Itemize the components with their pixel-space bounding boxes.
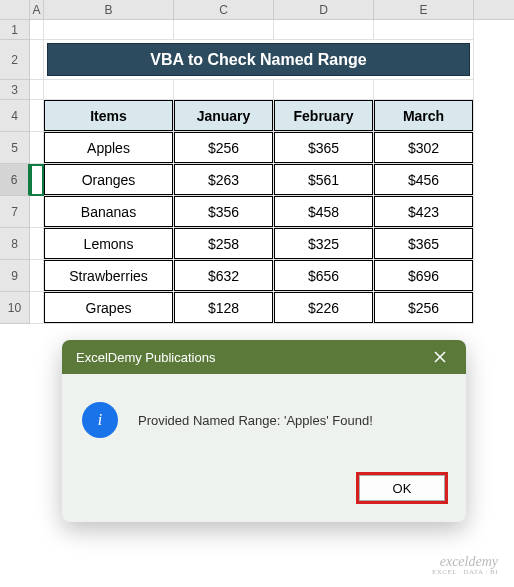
cell-D5[interactable]: $365 <box>274 132 374 164</box>
cell-E9[interactable]: $696 <box>374 260 474 292</box>
cell-B4[interactable]: Items <box>44 100 174 132</box>
cell-C5[interactable]: $256 <box>174 132 274 164</box>
cell-D6[interactable]: $561 <box>274 164 374 196</box>
cell-C1[interactable] <box>174 20 274 40</box>
dialog-footer: OK <box>62 462 466 522</box>
row-header-10[interactable]: 10 <box>0 292 30 324</box>
table-row: $356 <box>174 196 273 227</box>
table-row: $325 <box>274 228 373 259</box>
table-row: $365 <box>274 132 373 163</box>
row-header-1[interactable]: 1 <box>0 20 30 40</box>
cell-B10[interactable]: Grapes <box>44 292 174 324</box>
cell-A3[interactable] <box>30 80 44 100</box>
cell-C8[interactable]: $258 <box>174 228 274 260</box>
cell-B3[interactable] <box>44 80 174 100</box>
th-mar: March <box>374 100 473 131</box>
cell-A4[interactable] <box>30 100 44 132</box>
th-items: Items <box>44 100 173 131</box>
table-row: Grapes <box>44 292 173 323</box>
table-row: $226 <box>274 292 373 323</box>
cell-D3[interactable] <box>274 80 374 100</box>
cell-C4[interactable]: January <box>174 100 274 132</box>
close-button[interactable] <box>428 345 452 369</box>
table-row: Apples <box>44 132 173 163</box>
cell-B1[interactable] <box>44 20 174 40</box>
th-feb: February <box>274 100 373 131</box>
ok-button[interactable]: OK <box>356 472 448 504</box>
info-icon: i <box>82 402 118 438</box>
cell-E4[interactable]: March <box>374 100 474 132</box>
cell-A5[interactable] <box>30 132 44 164</box>
cell-E1[interactable] <box>374 20 474 40</box>
cell-B6[interactable]: Oranges <box>44 164 174 196</box>
table-row: $302 <box>374 132 473 163</box>
title-cell[interactable]: VBA to Check Named Range <box>44 40 474 80</box>
cell-A8[interactable] <box>30 228 44 260</box>
cell-D8[interactable]: $325 <box>274 228 374 260</box>
table-row: $456 <box>374 164 473 195</box>
row-header-9[interactable]: 9 <box>0 260 30 292</box>
cell-A10[interactable] <box>30 292 44 324</box>
cell-C10[interactable]: $128 <box>174 292 274 324</box>
table-row: $696 <box>374 260 473 291</box>
dialog-title-text: ExcelDemy Publications <box>76 350 215 365</box>
column-headers-row: A B C D E <box>0 0 514 20</box>
table-row: Lemons <box>44 228 173 259</box>
col-header-A[interactable]: A <box>30 0 44 19</box>
table-row: $365 <box>374 228 473 259</box>
col-header-B[interactable]: B <box>44 0 174 19</box>
table-row: $458 <box>274 196 373 227</box>
row-header-4[interactable]: 4 <box>0 100 30 132</box>
watermark-main: exceldemy <box>432 554 498 569</box>
table-row: $632 <box>174 260 273 291</box>
cell-D9[interactable]: $656 <box>274 260 374 292</box>
cell-B7[interactable]: Bananas <box>44 196 174 228</box>
cell-D1[interactable] <box>274 20 374 40</box>
row-header-6[interactable]: 6 <box>0 164 30 196</box>
table-row: $263 <box>174 164 273 195</box>
col-header-C[interactable]: C <box>174 0 274 19</box>
cell-E8[interactable]: $365 <box>374 228 474 260</box>
cell-C7[interactable]: $356 <box>174 196 274 228</box>
table-row: $258 <box>174 228 273 259</box>
row-header-3[interactable]: 3 <box>0 80 30 100</box>
cell-C6[interactable]: $263 <box>174 164 274 196</box>
cell-D10[interactable]: $226 <box>274 292 374 324</box>
cell-A9[interactable] <box>30 260 44 292</box>
cell-C9[interactable]: $632 <box>174 260 274 292</box>
dialog-body: i Provided Named Range: 'Apples' Found! <box>62 374 466 462</box>
table-row: $423 <box>374 196 473 227</box>
table-row: Strawberries <box>44 260 173 291</box>
cell-B5[interactable]: Apples <box>44 132 174 164</box>
select-all-corner[interactable] <box>0 0 30 19</box>
cell-D7[interactable]: $458 <box>274 196 374 228</box>
cell-D4[interactable]: February <box>274 100 374 132</box>
row-header-2[interactable]: 2 <box>0 40 30 80</box>
table-row: $256 <box>374 292 473 323</box>
dialog-titlebar[interactable]: ExcelDemy Publications <box>62 340 466 374</box>
watermark-sub: EXCEL · DATA · BI <box>432 569 498 577</box>
cell-E3[interactable] <box>374 80 474 100</box>
row-header-7[interactable]: 7 <box>0 196 30 228</box>
cell-B8[interactable]: Lemons <box>44 228 174 260</box>
cell-C3[interactable] <box>174 80 274 100</box>
table-row: $561 <box>274 164 373 195</box>
table-row: Bananas <box>44 196 173 227</box>
cell-E6[interactable]: $456 <box>374 164 474 196</box>
row-header-8[interactable]: 8 <box>0 228 30 260</box>
cell-E5[interactable]: $302 <box>374 132 474 164</box>
col-header-E[interactable]: E <box>374 0 474 19</box>
row-header-5[interactable]: 5 <box>0 132 30 164</box>
cell-A6[interactable] <box>30 164 44 196</box>
cell-A7[interactable] <box>30 196 44 228</box>
table-row: Oranges <box>44 164 173 195</box>
cell-A2[interactable] <box>30 40 44 80</box>
cell-E10[interactable]: $256 <box>374 292 474 324</box>
message-dialog: ExcelDemy Publications i Provided Named … <box>62 340 466 522</box>
page-title: VBA to Check Named Range <box>47 43 470 76</box>
col-header-D[interactable]: D <box>274 0 374 19</box>
cell-E7[interactable]: $423 <box>374 196 474 228</box>
watermark: exceldemy EXCEL · DATA · BI <box>432 554 498 577</box>
cell-B9[interactable]: Strawberries <box>44 260 174 292</box>
cell-A1[interactable] <box>30 20 44 40</box>
